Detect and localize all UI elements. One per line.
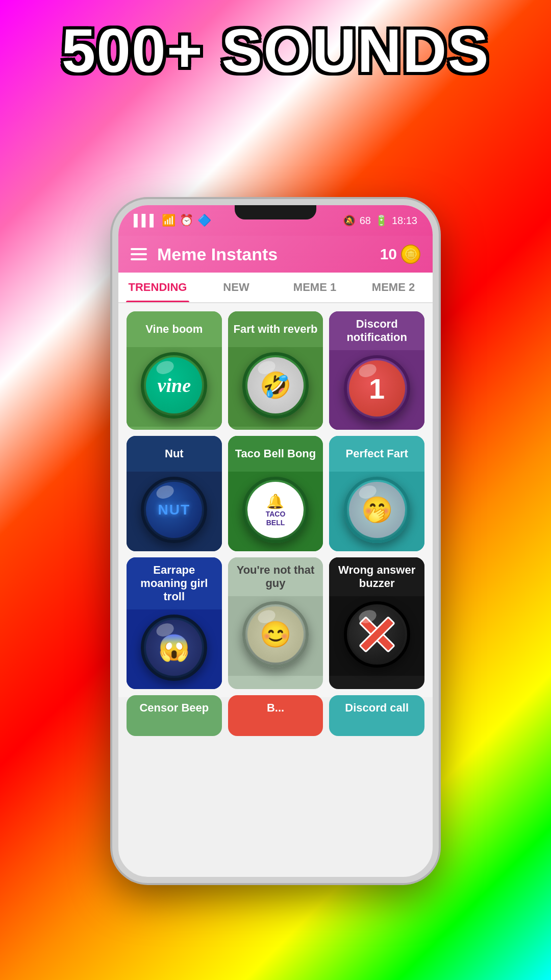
- vine-logo: vine: [146, 357, 202, 413]
- coins-count: 10: [380, 246, 397, 263]
- card-label: Fart with reverb: [228, 311, 323, 347]
- card-label: You're not that guy: [228, 557, 323, 596]
- card-label: Wrong answer buzzer: [329, 557, 424, 596]
- status-bar-right: 🔕 68 🔋 18:13: [343, 214, 417, 227]
- card-button-area: 😊: [228, 596, 323, 676]
- sound-card-perfect-fart[interactable]: Perfect Fart 🤭: [329, 436, 424, 551]
- tab-meme2[interactable]: MEME 2: [354, 273, 433, 302]
- troll-face-icon: 🤣: [247, 357, 304, 413]
- status-bar: ▌▌▌ 📶 ⏰ 🔷 🔕 68 🔋 18:13: [118, 205, 433, 236]
- sound-card-fart-reverb[interactable]: Fart with reverb 🤣: [228, 311, 323, 430]
- taco-bell-logo: 🔔 TACOBELL: [247, 482, 304, 538]
- sound-card-not-that-guy[interactable]: You're not that guy 😊: [228, 557, 323, 689]
- card-label: Vine boom: [127, 311, 222, 347]
- phone-frame: ▌▌▌ 📶 ⏰ 🔷 🔕 68 🔋 18:13 Meme Instants 10 …: [112, 199, 439, 883]
- earrape-face-icon: 😱: [146, 620, 202, 676]
- wrong-x-icon: [349, 606, 405, 663]
- card-button-area: [329, 596, 424, 676]
- tabs-bar: TRENDING NEW MEME 1 MEME 2: [118, 273, 433, 303]
- bottom-card-label: Censor Beep: [135, 701, 213, 715]
- card-button-area: vine: [127, 347, 222, 427]
- notguy-face-icon: 😊: [247, 606, 304, 663]
- sound-button-vine[interactable]: vine: [141, 352, 207, 419]
- tab-meme1[interactable]: MEME 1: [276, 273, 354, 302]
- card-button-area: 🔔 TACOBELL: [228, 472, 323, 551]
- sound-cards-grid: Vine boom vine Fart with reverb 🤣 Discor…: [118, 303, 433, 697]
- coin-icon: 🪙: [401, 244, 420, 264]
- sound-card-censor-beep[interactable]: Censor Beep: [127, 695, 222, 736]
- menu-button[interactable]: [131, 248, 147, 260]
- card-button-area: 🤭: [329, 472, 424, 551]
- card-label: Nut: [127, 436, 222, 472]
- sound-card-dummy[interactable]: B...: [228, 695, 323, 736]
- bottom-partial-row: Censor Beep B... Discord call: [118, 695, 433, 736]
- card-label: Discord notification: [329, 311, 424, 350]
- notch: [235, 205, 316, 219]
- sound-card-vine-boom[interactable]: Vine boom vine: [127, 311, 222, 430]
- signal-icon: ▌▌▌: [134, 214, 158, 227]
- sound-button-fart[interactable]: 🤣: [242, 352, 309, 419]
- card-button-area: NUT: [127, 472, 222, 551]
- sound-card-taco-bell[interactable]: Taco Bell Bong 🔔 TACOBELL: [228, 436, 323, 551]
- sound-card-discord-call[interactable]: Discord call: [329, 695, 424, 736]
- time-display: 18:13: [392, 215, 417, 227]
- sound-card-discord-notification[interactable]: Discord notification 1: [329, 311, 424, 430]
- sound-button-perfect-fart[interactable]: 🤭: [344, 477, 410, 543]
- sound-button-taco[interactable]: 🔔 TACOBELL: [242, 477, 309, 543]
- bottom-card-label: B...: [263, 701, 288, 715]
- card-label: Taco Bell Bong: [228, 436, 323, 472]
- card-label: Earrape moaning girl troll: [127, 557, 222, 609]
- coins-badge: 10 🪙: [380, 244, 420, 264]
- battery-icon: 🔋: [375, 214, 388, 227]
- battery-level: 68: [360, 215, 371, 227]
- alarm-icon: ⏰: [180, 214, 193, 227]
- app-bar: Meme Instants 10 🪙: [118, 236, 433, 273]
- sound-button-discord[interactable]: 1: [344, 355, 410, 422]
- sound-card-earrape[interactable]: Earrape moaning girl troll 😱: [127, 557, 222, 689]
- status-bar-left: ▌▌▌ 📶 ⏰ 🔷: [134, 214, 211, 227]
- nut-label-icon: NUT: [146, 482, 202, 538]
- tab-trending[interactable]: TRENDING: [118, 273, 197, 302]
- x-mark: [357, 614, 397, 655]
- bluetooth-icon: 🔷: [197, 214, 211, 227]
- headline: 500+ SOUNDS: [0, 15, 551, 86]
- notification-icon: 🔕: [343, 214, 356, 227]
- sound-card-nut[interactable]: Nut NUT: [127, 436, 222, 551]
- sound-card-wrong-answer[interactable]: Wrong answer buzzer: [329, 557, 424, 689]
- discord-number-icon: 1: [349, 360, 405, 416]
- sound-button-not-that-guy[interactable]: 😊: [242, 601, 309, 668]
- tab-new[interactable]: NEW: [197, 273, 276, 302]
- card-label: Perfect Fart: [329, 436, 424, 472]
- card-button-area: 1: [329, 350, 424, 430]
- app-title: Meme Instants: [157, 244, 370, 264]
- card-button-area: 😱: [127, 609, 222, 689]
- sound-button-earrape[interactable]: 😱: [141, 615, 207, 681]
- sound-button-nut[interactable]: NUT: [141, 477, 207, 543]
- wifi-icon: 📶: [162, 214, 176, 227]
- sound-button-wrong-answer[interactable]: [344, 601, 410, 668]
- perfect-fart-face-icon: 🤭: [349, 482, 405, 538]
- card-button-area: 🤣: [228, 347, 323, 427]
- bottom-card-label: Discord call: [341, 701, 413, 715]
